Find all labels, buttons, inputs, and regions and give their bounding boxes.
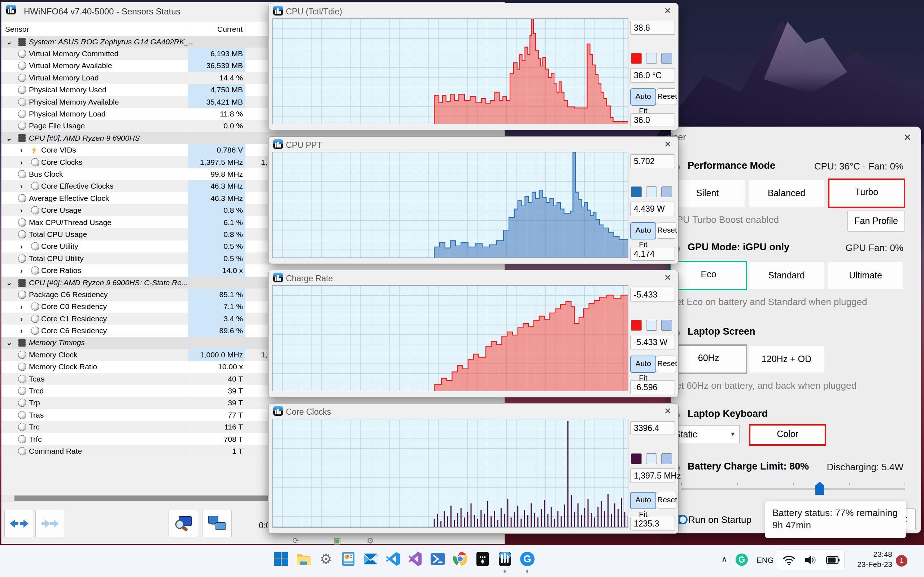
language-indicator[interactable]: ENG (756, 556, 774, 565)
keyboard-color-button[interactable]: Color (749, 424, 826, 446)
vscode-icon[interactable] (385, 551, 401, 567)
reset-button[interactable]: Reset (657, 89, 677, 105)
graph-window: CPU PPT✕5.7024.439 WAuto FitReset4.174 (268, 136, 678, 264)
close-icon[interactable]: ✕ (903, 132, 911, 143)
hwinfo-app-icon (273, 139, 283, 149)
notification-badge[interactable]: 1 (896, 555, 908, 567)
start-icon[interactable] (273, 551, 289, 567)
sensor-value: 39 T (228, 387, 243, 395)
tray-chevron-up-icon[interactable]: ∧ (721, 554, 728, 564)
system-tray-pill[interactable] (776, 549, 845, 571)
chevron-right-icon[interactable]: › (20, 146, 23, 154)
reset-button[interactable]: Reset (657, 356, 677, 372)
chevron-right-icon[interactable]: › (20, 182, 23, 190)
graph-title: Charge Rate (286, 274, 333, 284)
graph-current-value: -5.433 W (630, 335, 675, 350)
series-color-swatch[interactable] (631, 453, 642, 464)
visual-studio-icon[interactable] (407, 551, 424, 567)
hwinfo-icon[interactable] (497, 551, 513, 567)
autofit-button[interactable]: Auto Fit (630, 222, 656, 239)
discharge-status: Discharging: 5.4W (827, 462, 903, 473)
keyboard-mode-dropdown[interactable]: Static ▼ (670, 425, 740, 443)
autofit-button[interactable]: Auto Fit (630, 492, 656, 509)
chevron-right-icon[interactable]: › (20, 266, 23, 275)
chevron-down-icon[interactable]: ⌄ (6, 37, 12, 46)
grammarly-tray-icon[interactable]: G (736, 554, 748, 566)
chevron-down-icon[interactable]: ⌄ (6, 279, 12, 287)
reset-button[interactable]: Reset (657, 222, 677, 239)
series-color-swatch[interactable] (631, 187, 642, 197)
gpu-eco-button[interactable]: Eco (670, 261, 747, 290)
chrome-icon[interactable] (452, 551, 468, 567)
close-icon[interactable]: ✕ (662, 406, 673, 416)
sensor-name: Core C1 Residency (41, 314, 107, 323)
expand-columns-button[interactable] (4, 510, 34, 537)
sensor-clock-icon (18, 110, 26, 118)
chevron-right-icon[interactable]: › (20, 303, 23, 311)
sensor-value: 46.3 MHz (210, 194, 243, 203)
grid-color-swatch[interactable] (661, 187, 672, 197)
gpu-ultimate-button[interactable]: Ultimate (828, 262, 903, 289)
collapse-columns-button[interactable] (36, 510, 65, 537)
background-color-swatch[interactable] (646, 53, 657, 64)
background-color-swatch[interactable] (646, 187, 657, 197)
mail-icon[interactable] (362, 551, 379, 567)
series-color-swatch[interactable] (631, 320, 642, 331)
chevron-down-icon[interactable]: ⌄ (6, 338, 12, 347)
sensor-value: 6,193 MB (210, 49, 243, 58)
sensor-clock-icon (31, 327, 39, 335)
background-color-swatch[interactable] (646, 453, 657, 464)
chevron-right-icon[interactable]: › (20, 158, 23, 166)
autofit-button[interactable]: Auto Fit (630, 89, 656, 106)
fan-profile-button[interactable]: Fan Profile (848, 211, 905, 232)
sensor-clock-icon (18, 254, 26, 263)
reset-button[interactable]: Reset (657, 492, 677, 508)
close-icon[interactable]: ✕ (662, 139, 673, 150)
clock[interactable]: 23:48 23-Feb-23 (848, 549, 892, 569)
sensor-value: 0.8 % (223, 230, 243, 239)
gpu-standard-button[interactable]: Standard (749, 262, 824, 289)
grid-color-swatch[interactable] (661, 53, 672, 64)
chevron-right-icon[interactable]: › (20, 327, 23, 335)
perf-silent-button[interactable]: Silent (670, 180, 745, 207)
battery-status-tooltip: Battery status: 77% remaining 9h 47min (765, 501, 906, 538)
sensor-clock-icon (18, 447, 26, 455)
chevron-right-icon[interactable]: › (20, 242, 23, 251)
perf-turbo-button[interactable]: Turbo (828, 179, 905, 208)
screen-60hz-button[interactable]: 60Hz (670, 344, 747, 374)
column-current[interactable]: Current (188, 25, 242, 34)
screen-120hz-button[interactable]: 120Hz + OD (749, 345, 824, 373)
g-helper-icon[interactable]: G (519, 551, 536, 567)
sensor-value: 4,750 MB (210, 85, 243, 94)
sensor-clock-icon (18, 290, 26, 298)
perf-balanced-button[interactable]: Balanced (749, 180, 824, 207)
chevron-down-icon[interactable]: ⌄ (6, 134, 12, 142)
settings-icon[interactable]: ⚙ (318, 551, 334, 567)
close-icon[interactable]: ✕ (662, 5, 673, 16)
chevron-right-icon[interactable]: › (20, 314, 23, 323)
system-monitor-icon[interactable] (340, 551, 357, 567)
sensor-value: 85.1 % (220, 290, 243, 299)
battery-limit-slider[interactable] (681, 482, 905, 496)
multi-screen-button[interactable] (202, 510, 232, 537)
grid-color-swatch[interactable] (661, 320, 672, 331)
chevron-right-icon[interactable]: › (20, 206, 23, 214)
slider-handle[interactable] (815, 482, 824, 495)
autofit-button[interactable]: Auto Fit (630, 356, 656, 373)
column-sensor[interactable]: Sensor (5, 25, 29, 34)
sensor-name: Physical Memory Available (29, 98, 119, 106)
turbo-boost-note: CPU Turbo Boost enabled (670, 214, 779, 226)
explorer-icon[interactable] (295, 551, 312, 567)
screen-inspect-button[interactable] (168, 510, 198, 537)
remote-app-icon[interactable] (474, 551, 491, 567)
sensor-value: 0.0 % (223, 121, 243, 130)
slider-track[interactable] (681, 488, 905, 490)
close-icon[interactable]: ✕ (662, 272, 673, 283)
graph-plot-area (272, 18, 628, 124)
grid-color-swatch[interactable] (661, 453, 672, 464)
series-color-swatch[interactable] (631, 53, 642, 64)
sensor-clock-icon (18, 411, 26, 419)
sensor-value: 40 T (228, 375, 243, 384)
background-color-swatch[interactable] (646, 320, 657, 331)
powershell-icon[interactable] (430, 551, 446, 567)
